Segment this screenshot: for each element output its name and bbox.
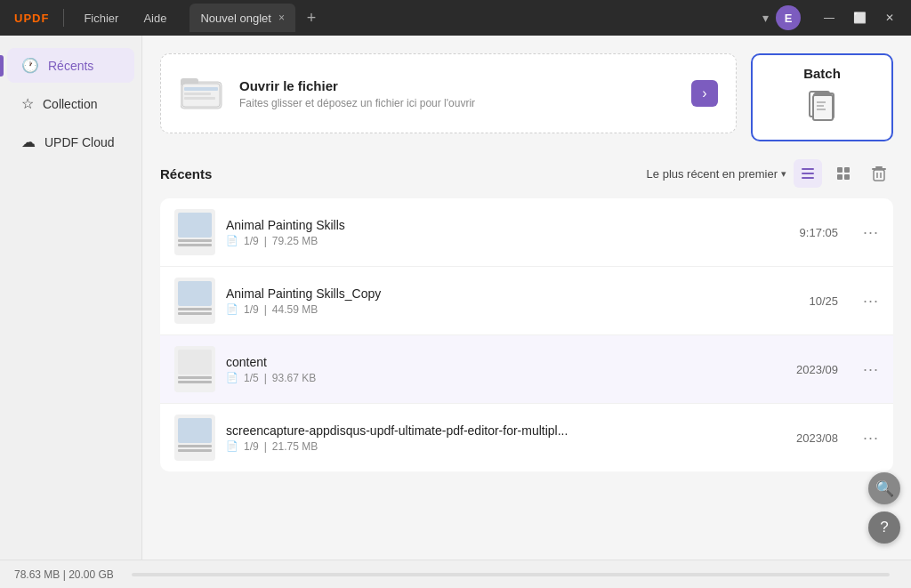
tab-close-button[interactable]: × bbox=[278, 12, 285, 24]
help-float-button[interactable]: ? bbox=[868, 511, 900, 544]
trash-icon bbox=[871, 165, 887, 182]
file-meta-icon: 📄 bbox=[226, 440, 238, 452]
close-button[interactable]: ✕ bbox=[875, 5, 904, 30]
batch-card-icon bbox=[806, 90, 838, 129]
tab-label: Nouvel onglet bbox=[200, 12, 271, 25]
file-info: Animal Painting Skills📄1/9|79.25 MB bbox=[226, 218, 789, 247]
open-file-card[interactable]: Ouvrir le fichier Faites glisser et dépo… bbox=[160, 53, 737, 133]
new-tab-button[interactable]: + bbox=[301, 7, 322, 28]
float-buttons: 🔍 ? bbox=[868, 472, 900, 544]
svg-rect-12 bbox=[802, 168, 814, 170]
sort-arrow-icon: ▾ bbox=[781, 168, 786, 180]
open-file-subtitle: Faites glisser et déposez un fichier ici… bbox=[239, 97, 475, 109]
logo-text: UPDF bbox=[14, 12, 49, 25]
file-meta-icon: 📄 bbox=[226, 235, 238, 246]
file-size: 21.75 MB bbox=[272, 440, 318, 453]
titlebar-right: ▾ E — ⬜ ✕ bbox=[762, 5, 904, 30]
file-thumbnail bbox=[174, 278, 215, 324]
sidebar-item-collection[interactable]: ☆ Collection bbox=[7, 86, 134, 121]
table-row[interactable]: Animal Painting Skills📄1/9|79.25 MB9:17:… bbox=[160, 198, 893, 267]
batch-card[interactable]: Batch bbox=[751, 53, 893, 141]
avatar[interactable]: E bbox=[776, 5, 801, 30]
file-more-button[interactable]: ··· bbox=[863, 292, 879, 310]
file-list: Animal Painting Skills📄1/9|79.25 MB9:17:… bbox=[160, 198, 893, 471]
tab-nouvel-onglet[interactable]: Nouvel onglet × bbox=[189, 4, 295, 32]
table-row[interactable]: content📄1/5|93.67 KB2023/09··· bbox=[160, 335, 893, 404]
delete-button[interactable] bbox=[865, 159, 893, 188]
search-float-button[interactable]: 🔍 bbox=[868, 472, 900, 504]
sidebar-label-recents: Récents bbox=[48, 59, 93, 73]
file-size: 93.67 KB bbox=[272, 372, 316, 384]
titlebar-divider bbox=[63, 9, 64, 27]
file-pages: 1/9 bbox=[244, 235, 259, 247]
file-size: 44.59 MB bbox=[272, 303, 318, 316]
svg-rect-8 bbox=[813, 95, 833, 120]
file-pages: 1/5 bbox=[244, 372, 259, 384]
table-row[interactable]: screencapture-appdisqus-updf-ultimate-pd… bbox=[160, 404, 893, 471]
sidebar-item-recents[interactable]: 🕐 Récents bbox=[7, 48, 134, 83]
file-list-wrapper: Animal Painting Skills📄1/9|79.25 MB9:17:… bbox=[160, 198, 893, 542]
sort-dropdown[interactable]: Le plus récent en premier ▾ bbox=[647, 167, 786, 181]
tab-dropdown-icon[interactable]: ▾ bbox=[762, 11, 769, 25]
svg-rect-17 bbox=[837, 174, 842, 180]
menu-fichier[interactable]: Fichier bbox=[71, 0, 131, 36]
statusbar-scrollbar[interactable] bbox=[132, 573, 890, 576]
file-thumbnail bbox=[174, 209, 215, 255]
file-size: 79.25 MB bbox=[272, 235, 318, 247]
sidebar-item-updf-cloud[interactable]: ☁ UPDF Cloud bbox=[7, 125, 134, 159]
window-controls: — ⬜ ✕ bbox=[815, 5, 904, 30]
titlebar-menu: Fichier Aide bbox=[71, 0, 179, 36]
file-date: 2023/08 bbox=[796, 431, 838, 445]
open-file-text: Ouvrir le fichier Faites glisser et dépo… bbox=[239, 78, 475, 109]
svg-rect-15 bbox=[837, 167, 842, 173]
statusbar: 78.63 MB | 20.00 GB bbox=[0, 560, 911, 588]
file-meta: 📄1/9|79.25 MB bbox=[226, 235, 789, 247]
sidebar: 🕐 Récents ☆ Collection ☁ UPDF Cloud bbox=[0, 36, 142, 560]
view-list-button[interactable] bbox=[794, 159, 822, 188]
recents-icon: 🕐 bbox=[21, 57, 39, 74]
view-grid-button[interactable] bbox=[829, 159, 858, 188]
file-info: screencapture-appdisqus-updf-ultimate-pd… bbox=[226, 423, 786, 453]
file-more-button[interactable]: ··· bbox=[863, 429, 879, 447]
menu-aide[interactable]: Aide bbox=[131, 0, 179, 36]
svg-rect-20 bbox=[875, 166, 883, 168]
cloud-icon: ☁ bbox=[21, 133, 36, 150]
file-thumbnail bbox=[174, 415, 215, 461]
file-date: 2023/09 bbox=[796, 363, 838, 376]
search-float-icon: 🔍 bbox=[875, 479, 894, 498]
file-meta: 📄1/9|44.59 MB bbox=[226, 303, 798, 316]
minimize-button[interactable]: — bbox=[815, 5, 843, 30]
sort-label: Le plus récent en premier bbox=[647, 167, 778, 181]
top-section: Ouvrir le fichier Faites glisser et dépo… bbox=[160, 53, 893, 141]
open-file-title: Ouvrir le fichier bbox=[239, 78, 475, 93]
sidebar-label-updf-cloud: UPDF Cloud bbox=[44, 135, 115, 149]
file-name: screencapture-appdisqus-updf-ultimate-pd… bbox=[226, 423, 786, 438]
file-more-button[interactable]: ··· bbox=[863, 360, 879, 379]
file-thumbnail bbox=[174, 346, 215, 392]
file-meta: 📄1/5|93.67 KB bbox=[226, 372, 786, 384]
recents-header: Récents Le plus récent en premier ▾ bbox=[160, 159, 893, 188]
file-pages: 1/9 bbox=[244, 440, 259, 453]
sidebar-item-wrapper-recents: 🕐 Récents bbox=[0, 46, 141, 85]
svg-rect-18 bbox=[844, 174, 850, 180]
batch-icon-svg bbox=[806, 90, 838, 122]
sidebar-active-indicator bbox=[0, 55, 4, 77]
list-view-icon bbox=[800, 165, 816, 181]
svg-rect-21 bbox=[874, 170, 884, 181]
svg-rect-14 bbox=[802, 177, 814, 179]
content-area: Ouvrir le fichier Faites glisser et dépo… bbox=[142, 36, 911, 560]
folder-icon bbox=[181, 75, 223, 112]
open-file-button[interactable]: › bbox=[691, 80, 718, 107]
maximize-button[interactable]: ⬜ bbox=[845, 5, 874, 30]
svg-rect-4 bbox=[184, 93, 211, 95]
file-info: content📄1/5|93.67 KB bbox=[226, 355, 786, 384]
table-row[interactable]: Animal Painting Skills_Copy📄1/9|44.59 MB… bbox=[160, 267, 893, 335]
file-meta-icon: 📄 bbox=[226, 372, 238, 383]
file-name: Animal Painting Skills_Copy bbox=[226, 286, 798, 301]
main-layout: 🕐 Récents ☆ Collection ☁ UPDF Cloud bbox=[0, 36, 911, 560]
file-more-button[interactable]: ··· bbox=[863, 223, 879, 242]
app-logo: UPDF bbox=[7, 12, 56, 25]
svg-rect-5 bbox=[184, 97, 215, 100]
file-meta-icon: 📄 bbox=[226, 303, 238, 315]
svg-rect-3 bbox=[184, 87, 218, 91]
